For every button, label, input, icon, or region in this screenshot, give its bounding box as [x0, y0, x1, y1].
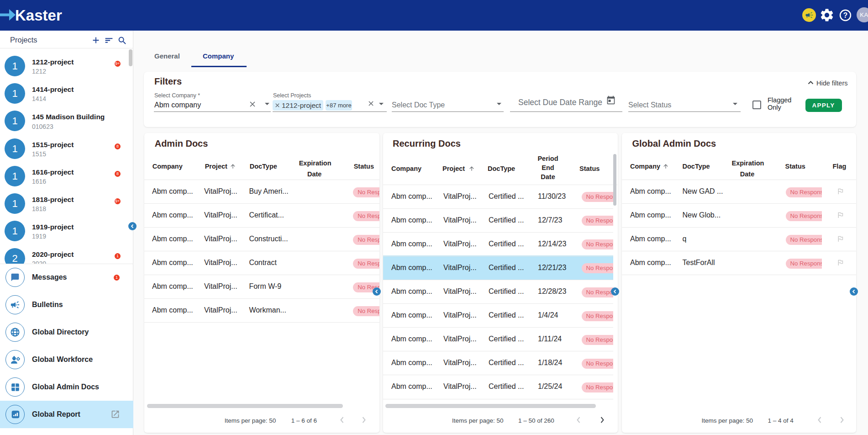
svg-text:?: ? [843, 11, 848, 19]
